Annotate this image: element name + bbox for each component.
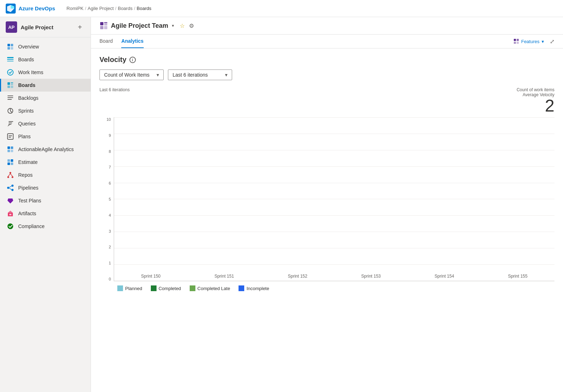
sidebar-item-compliance[interactable]: Compliance: [0, 220, 91, 233]
legend-completed-late: Completed Late: [190, 285, 230, 291]
features-label: Features: [521, 39, 539, 44]
sprint-label-3: Sprint 153: [361, 274, 381, 279]
svg-rect-33: [11, 163, 13, 165]
svg-point-41: [11, 189, 14, 191]
svg-rect-5: [7, 47, 10, 50]
sidebar-item-boards[interactable]: Boards: [0, 79, 91, 92]
topbar: Azure DevOps RomiPK / Agile Project / Bo…: [0, 0, 563, 17]
svg-rect-18: [7, 99, 12, 100]
breadcrumb-boards-2[interactable]: Boards: [137, 6, 151, 11]
sidebar-item-work-items[interactable]: Work Items: [0, 66, 91, 79]
legend-completed-label: Completed: [159, 286, 181, 291]
sidebar-item-compliance-label: Compliance: [18, 223, 45, 229]
sidebar-item-pipelines[interactable]: Pipelines: [0, 181, 91, 194]
sidebar-item-queries[interactable]: Queries: [0, 117, 91, 130]
svg-rect-51: [104, 24, 107, 25]
expand-button[interactable]: ⤢: [550, 38, 554, 45]
legend-completed: Completed: [151, 285, 181, 291]
sidebar-item-sprints[interactable]: Sprints: [0, 104, 91, 117]
velocity-title: Velocity i: [99, 56, 554, 64]
sidebar-item-backlogs-label: Backlogs: [18, 95, 39, 101]
sidebar-item-pipelines-label: Pipelines: [18, 185, 39, 191]
legend-incomplete-color: [239, 285, 244, 291]
svg-rect-54: [514, 39, 516, 41]
artifacts-icon: [7, 210, 14, 217]
sidebar-item-artifacts[interactable]: Artifacts: [0, 207, 91, 220]
sprint-label-1: Sprint 151: [214, 274, 234, 279]
sidebar-item-overview-label: Overview: [18, 44, 39, 50]
svg-rect-12: [11, 82, 13, 83]
features-chevron-icon: ▾: [542, 39, 544, 44]
svg-point-10: [7, 69, 13, 75]
backlogs-icon: [7, 94, 14, 102]
svg-line-37: [8, 174, 10, 176]
svg-rect-20: [9, 121, 13, 122]
svg-rect-16: [7, 96, 13, 96]
breadcrumb-project[interactable]: Agile Project: [88, 6, 114, 11]
svg-point-39: [7, 187, 9, 189]
sprint-label-0: Sprint 150: [141, 274, 161, 279]
breadcrumb: RomiPK / Agile Project / Boards / Boards: [67, 6, 152, 11]
metric-dropdown-value: Count of Work Items: [104, 72, 149, 78]
svg-rect-22: [9, 124, 11, 125]
svg-rect-13: [11, 84, 13, 85]
sidebar-item-estimate-label: Estimate: [18, 159, 37, 165]
sidebar-item-backlogs[interactable]: Backlogs: [0, 92, 91, 104]
iterations-dropdown[interactable]: Last 6 iterations ▾: [168, 69, 232, 80]
svg-rect-6: [11, 47, 13, 50]
y-label-8: 8: [99, 149, 114, 154]
svg-point-48: [7, 223, 13, 229]
team-people-icon[interactable]: ⚙: [189, 22, 194, 29]
plans-icon: [7, 133, 14, 140]
svg-rect-14: [7, 86, 10, 88]
team-header: Agile Project Team ▾ ☆ ⚙: [91, 17, 563, 35]
team-chevron-icon[interactable]: ▾: [172, 23, 174, 28]
metric-dropdown[interactable]: Count of Work Items ▾: [99, 69, 164, 80]
sidebar-item-repos-label: Repos: [18, 172, 32, 178]
team-star-icon[interactable]: ☆: [180, 22, 185, 29]
sidebar-nav: Overview Boards Work Items: [0, 37, 91, 392]
sidebar-item-queries-label: Queries: [18, 121, 36, 127]
sidebar-item-boards-top-label: Boards: [18, 57, 34, 62]
sidebar-item-repos[interactable]: Repos: [0, 169, 91, 181]
repos-icon: [7, 171, 14, 179]
sidebar-item-plans[interactable]: Plans: [0, 130, 91, 143]
tab-board[interactable]: Board: [99, 35, 113, 48]
sidebar-item-test-plans[interactable]: Test Plans: [0, 194, 91, 207]
svg-point-36: [12, 176, 14, 178]
sprint-group-2: Sprint 152: [261, 271, 334, 281]
breadcrumb-boards[interactable]: Boards: [118, 6, 132, 11]
add-project-button[interactable]: +: [75, 22, 85, 32]
tab-analytics[interactable]: Analytics: [121, 35, 143, 48]
chart-labels-top: Last 6 iterations Count of work items Av…: [99, 87, 554, 114]
y-label-5: 5: [99, 197, 114, 201]
sidebar-item-boards-label: Boards: [18, 82, 35, 88]
svg-rect-55: [517, 39, 519, 41]
sidebar-item-actionable[interactable]: ActionableAgile Analytics: [0, 143, 91, 156]
sidebar-item-actionable-label: ActionableAgile Analytics: [18, 146, 74, 152]
legend-completed-late-label: Completed Late: [198, 286, 230, 291]
sidebar-item-overview[interactable]: Overview: [0, 40, 91, 53]
velocity-info-icon[interactable]: i: [129, 57, 136, 63]
legend-completed-color: [151, 285, 157, 291]
sidebar-item-boards-top[interactable]: Boards: [0, 53, 91, 66]
content-area: Agile Project Team ▾ ☆ ⚙ Board Analytics…: [91, 17, 563, 392]
work-items-icon: [7, 69, 14, 76]
sprint-group-5: Sprint 155: [481, 271, 554, 281]
sidebar-item-test-plans-label: Test Plans: [18, 198, 41, 203]
sidebar-item-estimate[interactable]: Estimate: [0, 156, 91, 169]
svg-line-42: [9, 186, 11, 187]
test-plans-icon: [7, 197, 14, 204]
breadcrumb-romipk[interactable]: RomiPK: [67, 6, 84, 11]
logo[interactable]: Azure DevOps: [6, 4, 55, 14]
y-label-3: 3: [99, 229, 114, 233]
iterations-dropdown-value: Last 6 iterations: [173, 72, 208, 78]
sprint-bars-row: Sprint 150 Sprint 151: [114, 117, 554, 281]
features-button[interactable]: Features ▾: [513, 38, 544, 44]
tabs-bar: Board Analytics Features ▾ ⤢: [91, 35, 563, 48]
svg-rect-25: [9, 137, 11, 138]
svg-rect-53: [104, 26, 107, 29]
chart-velocity-summary: Count of work items Average Velocity 2: [517, 87, 554, 114]
svg-marker-46: [8, 211, 13, 213]
svg-rect-30: [7, 159, 10, 162]
